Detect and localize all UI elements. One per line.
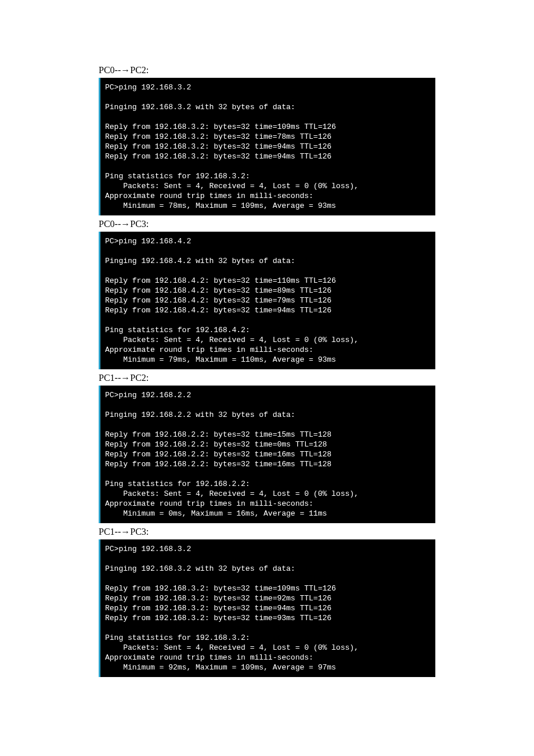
caption-pc1-pc2: PC1--→PC2:: [99, 373, 435, 383]
document-page: PC0--→PC2: PC>ping 192.168.3.2 Pinging 1…: [0, 0, 534, 739]
terminal-pc1-pc2: PC>ping 192.168.2.2 Pinging 192.168.2.2 …: [99, 386, 435, 523]
caption-pc0-pc2: PC0--→PC2:: [99, 65, 435, 75]
terminal-pc0-pc2: PC>ping 192.168.3.2 Pinging 192.168.3.2 …: [99, 78, 435, 215]
ping-block-2: PC1--→PC2: PC>ping 192.168.2.2 Pinging 1…: [99, 373, 435, 523]
ping-block-1: PC0--→PC3: PC>ping 192.168.4.2 Pinging 1…: [99, 219, 435, 369]
caption-pc0-pc3: PC0--→PC3:: [99, 219, 435, 229]
ping-block-3: PC1--→PC3: PC>ping 192.168.3.2 Pinging 1…: [99, 527, 435, 677]
ping-block-0: PC0--→PC2: PC>ping 192.168.3.2 Pinging 1…: [99, 65, 435, 215]
caption-pc1-pc3: PC1--→PC3:: [99, 527, 435, 537]
terminal-pc0-pc3: PC>ping 192.168.4.2 Pinging 192.168.4.2 …: [99, 232, 435, 369]
terminal-pc1-pc3: PC>ping 192.168.3.2 Pinging 192.168.3.2 …: [99, 539, 435, 677]
